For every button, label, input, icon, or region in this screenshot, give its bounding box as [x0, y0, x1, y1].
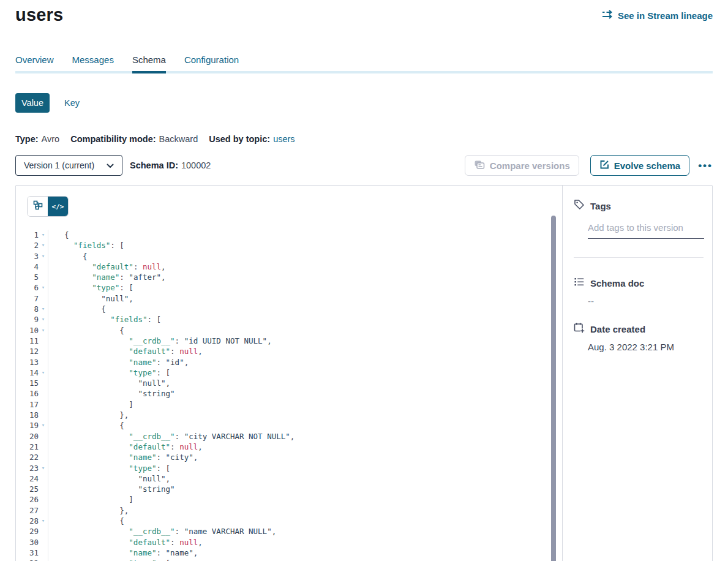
fold-gutter: [39, 272, 48, 282]
line-number: 4: [16, 262, 39, 272]
tags-section-header: Tags: [574, 199, 704, 213]
schema-doc-value: --: [588, 296, 704, 306]
stream-lineage-label: See in Stream lineage: [618, 10, 713, 21]
meta-compatibility-value: Backward: [159, 134, 198, 144]
fold-arrow-icon[interactable]: ▾: [39, 367, 48, 378]
code-line: 11"__crdb__": "id UUID NOT NULL",: [16, 336, 562, 346]
code-view-button[interactable]: </>: [48, 197, 68, 216]
line-number: 7: [16, 293, 39, 304]
line-number: 12: [16, 346, 39, 356]
date-created-header: Date created: [574, 322, 704, 336]
fold-arrow-icon[interactable]: ▾: [39, 240, 48, 250]
fold-arrow-icon[interactable]: ▾: [39, 420, 48, 431]
evolve-schema-button[interactable]: Evolve schema: [590, 155, 689, 176]
code-text: "string": [48, 484, 175, 494]
fold-gutter: [39, 452, 48, 462]
code-text: {: [48, 420, 124, 431]
compare-versions-button[interactable]: Compare versions: [465, 155, 579, 176]
add-tags-input[interactable]: [588, 222, 704, 239]
editor-scrollbar[interactable]: [551, 216, 556, 561]
line-number: 19: [16, 420, 39, 431]
tab-track: [15, 71, 713, 73]
code-text: "type": [: [48, 558, 170, 561]
code-text: {: [48, 325, 124, 336]
meta-type-value: Avro: [42, 134, 60, 144]
code-text: "type": [: [48, 367, 170, 378]
line-number: 16: [16, 388, 39, 399]
code-line: 13"name": "id",: [16, 357, 562, 367]
line-number: 21: [16, 442, 39, 452]
fold-arrow-icon[interactable]: ▾: [39, 251, 48, 262]
version-select[interactable]: Version 1 (current): [15, 155, 122, 176]
line-number: 10: [16, 325, 39, 336]
tab-overview[interactable]: Overview: [15, 55, 54, 73]
meta-compatibility-label: Compatibility mode:: [70, 134, 156, 144]
tag-icon: [574, 199, 585, 213]
fold-gutter: [39, 505, 48, 516]
fold-arrow-icon[interactable]: ▾: [39, 516, 48, 526]
code-text: "name": "id",: [48, 357, 189, 367]
line-number: 9: [16, 314, 39, 325]
tab-configuration[interactable]: Configuration: [184, 55, 239, 73]
fold-arrow-icon[interactable]: ▾: [39, 304, 48, 314]
code-lines[interactable]: 1▾{2▾"fields": [3▾{4"default": null,5"na…: [16, 230, 562, 561]
line-number: 11: [16, 336, 39, 346]
schema-id-value: 100002: [181, 160, 211, 170]
fold-arrow-icon[interactable]: ▾: [39, 282, 48, 293]
schema-doc-title: Schema doc: [590, 278, 644, 288]
code-text: ]: [48, 494, 133, 505]
line-number: 24: [16, 473, 39, 484]
value-key-toggle: Value Key: [15, 93, 713, 113]
code-text: {: [48, 230, 69, 240]
tab-messages[interactable]: Messages: [72, 55, 114, 73]
code-line: 24"null",: [16, 473, 562, 484]
fold-gutter: [39, 548, 48, 558]
code-text: "null",: [48, 378, 170, 388]
line-number: 25: [16, 484, 39, 494]
fold-gutter: [39, 399, 48, 410]
see-in-stream-lineage-link[interactable]: See in Stream lineage: [602, 10, 713, 21]
line-number: 15: [16, 378, 39, 388]
code-line: 30"default": null,: [16, 537, 562, 548]
code-line: 22"name": "city",: [16, 452, 562, 462]
code-text: {: [48, 516, 124, 526]
schema-doc-header: Schema doc: [574, 276, 704, 290]
code-text: "__crdb__": "city VARCHAR NOT NULL",: [48, 431, 295, 442]
tree-view-button[interactable]: [28, 197, 48, 216]
key-tab-button[interactable]: Key: [64, 98, 80, 108]
code-text: "fields": [: [48, 314, 161, 325]
code-line: 1▾{: [16, 230, 562, 240]
fold-arrow-icon[interactable]: ▾: [39, 325, 48, 336]
code-line: 16"string": [16, 388, 562, 399]
code-line: 28▾{: [16, 516, 562, 526]
fold-arrow-icon[interactable]: ▾: [39, 230, 48, 240]
tab-schema[interactable]: Schema: [132, 55, 166, 73]
schema-editor: </> 1▾{2▾"fields": [3▾{4"default": null,…: [16, 186, 562, 561]
more-actions-button[interactable]: •••: [698, 160, 713, 171]
topic-link[interactable]: users: [273, 134, 295, 144]
fold-arrow-icon[interactable]: ▾: [39, 314, 48, 325]
code-line: 12"default": null,: [16, 346, 562, 356]
fold-gutter: [39, 378, 48, 388]
date-created-section: Date created Aug. 3 2022 3:21 PM: [574, 322, 704, 352]
code-line: 3▾{: [16, 251, 562, 262]
fold-gutter: [39, 262, 48, 272]
fold-arrow-icon[interactable]: ▾: [39, 463, 48, 473]
value-tab-button[interactable]: Value: [15, 93, 50, 113]
code-text: "string": [48, 388, 175, 399]
meta-compatibility: Compatibility mode: Backward: [70, 134, 198, 144]
version-select-value: Version 1 (current): [24, 160, 94, 170]
schema-panel: </> 1▾{2▾"fields": [3▾{4"default": null,…: [15, 185, 713, 561]
fold-arrow-icon[interactable]: ▾: [39, 558, 48, 561]
schema-meta: Type: Avro Compatibility mode: Backward …: [15, 134, 713, 144]
line-number: 1: [16, 230, 39, 240]
line-number: 5: [16, 272, 39, 282]
code-text: "default": null,: [48, 262, 166, 272]
tab-bar: Overview Messages Schema Configuration: [15, 55, 713, 73]
code-text: "__crdb__": "name VARCHAR NULL",: [48, 526, 276, 537]
evolve-schema-label: Evolve schema: [614, 160, 680, 171]
schema-id: Schema ID: 100002: [130, 160, 211, 170]
line-number: 23: [16, 463, 39, 473]
line-number: 13: [16, 357, 39, 367]
line-number: 27: [16, 505, 39, 516]
